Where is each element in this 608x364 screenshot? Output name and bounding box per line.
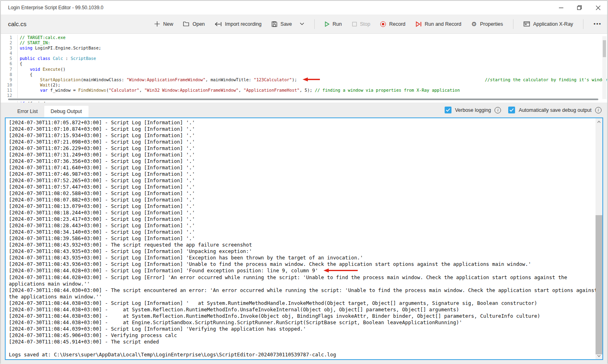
stop-icon <box>352 22 357 27</box>
log-line: [2024-07-30T11:07:05.872+03:00] - Script… <box>9 119 598 126</box>
autosave-debug-label: Automatically save debug output <box>519 107 592 113</box>
scroll-up-icon[interactable] <box>596 118 602 125</box>
line-number: 5 <box>1 56 12 61</box>
import-recording-button[interactable]: Import recording <box>215 21 262 27</box>
log-line: [2024-07-30T11:08:44.038+03:00] - at Eng… <box>9 319 598 326</box>
code-line: 3using LoginPI.Engine.ScriptBase; <box>1 45 607 51</box>
log-line: [2024-07-30T11:08:02.588+03:00] - Script… <box>9 190 598 197</box>
log-line: [2024-07-30T11:08:39.586+03:00] - Script… <box>9 235 598 242</box>
run-label: Run <box>333 21 342 27</box>
minimize-icon <box>559 6 563 10</box>
properties-button[interactable]: ⚙ Properties <box>472 21 503 28</box>
log-line: [2024-07-30T11:07:57.447+03:00] - Script… <box>9 184 598 190</box>
log-line: [2024-07-30T11:08:44.039+03:00] - Script… <box>9 326 598 332</box>
more-button[interactable]: ••• <box>594 21 602 27</box>
code-line-comment: //starting the calculator by finding it'… <box>485 77 607 82</box>
log-line: [2024-07-30T11:08:44.030+03:00] - The sc… <box>9 287 598 300</box>
log-line: [2024-07-30T11:08:43.935+03:00] - Script… <box>9 255 598 261</box>
log-line: [2024-07-30T11:07:31.249+03:00] - Script… <box>9 152 598 158</box>
toolbar: calc.cs New Open Import recording Save <box>1 14 607 34</box>
log-vertical-scrollbar[interactable] <box>596 118 602 359</box>
autosave-debug-checkbox[interactable] <box>508 107 515 113</box>
log-line: Logs saved at: C:\Users\super\AppData\Lo… <box>9 352 598 358</box>
code-line: 8 { <box>1 72 607 77</box>
bottom-panel: Error List Debug Output Verbose logging … <box>1 103 607 364</box>
log-line: [2024-07-30T11:08:18.244+03:00] - Script… <box>9 210 598 216</box>
run-and-record-button[interactable]: Run and Record <box>416 21 462 27</box>
log-line: [2024-07-30T11:08:44.038+03:00] - at Sys… <box>9 313 598 319</box>
record-icon <box>380 21 386 27</box>
line-number: 8 <box>1 72 12 77</box>
log-line: [2024-07-30T11:08:43.935+03:00] - Script… <box>9 248 598 255</box>
log-line: [2024-07-30T11:07:26.229+03:00] - Script… <box>9 145 598 152</box>
log-line: [2024-07-30T11:08:44.028+03:00] - Script… <box>9 267 598 274</box>
info-icon[interactable]: i <box>595 107 602 113</box>
folder-icon <box>183 21 189 27</box>
log-line <box>9 345 598 352</box>
line-number: 7 <box>1 67 12 72</box>
open-button[interactable]: Open <box>183 21 205 27</box>
run-and-record-label: Run and Record <box>425 21 462 27</box>
scroll-down-icon[interactable] <box>596 352 602 359</box>
editor-horizontal-scrollbar[interactable] <box>8 99 598 100</box>
title-bar: Login Enterprise Script Editor - 99.50.1… <box>1 1 607 14</box>
minimize-button[interactable] <box>552 1 570 14</box>
scrollbar-thumb[interactable] <box>596 215 602 354</box>
save-button[interactable]: Save <box>272 21 292 27</box>
tab-debug-output[interactable]: Debug Output <box>44 106 89 117</box>
code-line: 7 void Execute() <box>1 67 607 72</box>
window-title: Login Enterprise Script Editor - 99.50.1… <box>8 5 103 10</box>
run-icon <box>325 21 330 27</box>
record-button[interactable]: Record <box>380 21 405 27</box>
line-number: 6 <box>1 61 12 66</box>
code-line: 12 <box>1 93 607 98</box>
line-number: 4 <box>1 51 12 56</box>
log-line: [2024-07-30T11:07:52.265+03:00] - Script… <box>9 177 598 184</box>
new-button[interactable]: New <box>155 21 173 27</box>
info-icon[interactable]: i <box>495 107 501 113</box>
toolbar-separator <box>513 19 513 29</box>
restore-button[interactable] <box>570 1 589 14</box>
log-line: [2024-07-30T11:08:13.079+03:00] - Script… <box>9 203 598 210</box>
toolbar-separator <box>314 19 315 29</box>
open-label: Open <box>192 21 205 27</box>
run-button[interactable]: Run <box>325 21 342 27</box>
line-number: 2 <box>1 40 12 45</box>
stop-label: Stop <box>360 21 371 27</box>
log-line: [2024-07-30T11:08:28.443+03:00] - Script… <box>9 222 598 229</box>
log-line: [2024-07-30T11:08:23.417+03:00] - Script… <box>9 216 598 222</box>
verbose-logging-checkbox[interactable] <box>445 107 451 113</box>
verbose-logging-label: Verbose logging <box>455 107 491 113</box>
save-label: Save <box>280 21 292 27</box>
log-line: [2024-07-30T11:07:36.356+03:00] - Script… <box>9 158 598 165</box>
red-arrow-annotation <box>323 268 359 274</box>
close-icon <box>596 6 600 10</box>
file-tab[interactable]: calc.cs <box>8 21 27 27</box>
log-line: [2024-07-30T11:08:43.936+03:00] - Script… <box>9 261 598 267</box>
debug-output-pane[interactable]: [2024-07-30T11:07:05.872+03:00] - Script… <box>5 117 603 360</box>
red-arrow-annotation <box>302 77 321 83</box>
gear-icon: ⚙ <box>472 21 477 28</box>
import-arrow-icon <box>215 22 222 27</box>
run-and-record-icon <box>416 21 422 27</box>
line-number: 3 <box>1 45 12 51</box>
log-line: [2024-07-30T11:08:44.028+03:00] - Script… <box>9 274 598 287</box>
tab-error-list[interactable]: Error List <box>11 106 44 117</box>
application-xray-button[interactable]: Application X-Ray <box>523 21 573 27</box>
line-number: 9 <box>1 77 12 82</box>
code-line: 10 Wait(2); <box>1 82 607 88</box>
save-dropdown-button[interactable] <box>300 23 304 25</box>
log-line: [2024-07-30T11:08:45.906+03:00] - Verify… <box>9 332 598 339</box>
log-line: [2024-07-30T11:08:07.882+03:00] - Script… <box>9 197 598 203</box>
line-number: 1 <box>1 35 12 40</box>
code-line: 6{ <box>1 61 607 66</box>
save-icon <box>272 21 277 27</box>
close-button[interactable] <box>589 1 607 14</box>
code-line: 11 var f_window = FindWindows("Calculato… <box>1 88 607 93</box>
editor-vertical-scrollbar[interactable] <box>602 36 606 99</box>
log-line: [2024-07-30T11:08:43.932+03:00] - The sc… <box>9 242 598 248</box>
line-number: 10 <box>1 82 12 88</box>
code-editor[interactable]: 1// TARGET:calc.exe2// START_IN:3using L… <box>1 34 607 103</box>
application-xray-icon <box>523 21 530 27</box>
stop-button: Stop <box>352 21 371 27</box>
